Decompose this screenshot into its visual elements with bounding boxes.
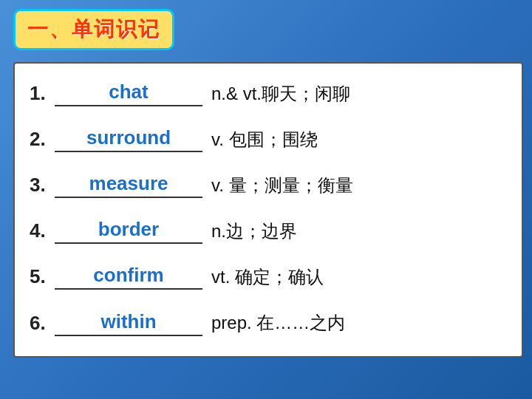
vocab-word: measure xyxy=(89,172,168,195)
vocab-number: 5. xyxy=(30,265,52,288)
blank-word-container: measure xyxy=(55,172,202,198)
vocab-number: 3. xyxy=(30,174,52,197)
vocab-definition: v. 包围；围绕 xyxy=(211,128,507,151)
title-box: 一、单词识记 xyxy=(13,9,174,50)
vocab-definition: n.& vt.聊天；闲聊 xyxy=(211,82,507,106)
vocab-row: 6.withinprep. 在……之内 xyxy=(30,300,507,346)
vocab-number: 6. xyxy=(30,312,52,335)
vocab-number: 1. xyxy=(30,82,52,105)
vocab-word: within xyxy=(100,310,156,333)
vocab-definition: prep. 在……之内 xyxy=(211,311,507,335)
vocab-word: chat xyxy=(109,81,148,103)
vocab-definition: v. 量；测量；衡量 xyxy=(211,174,507,197)
blank-word-container: chat xyxy=(55,81,202,106)
blank-word-container: within xyxy=(55,310,202,336)
vocab-row: 1.chatn.& vt.聊天；闲聊 xyxy=(30,71,507,117)
vocab-row: 4.bordern.边；边界 xyxy=(30,208,507,254)
vocab-number: 2. xyxy=(30,128,52,151)
blank-word-container: surround xyxy=(55,126,202,152)
blank-word-container: confirm xyxy=(55,264,202,290)
vocab-word: surround xyxy=(86,126,171,149)
vocab-list: 1.chatn.& vt.聊天；闲聊2.surroundv. 包围；围绕3.me… xyxy=(13,62,523,358)
vocab-definition: vt. 确定；确认 xyxy=(211,265,507,289)
vocab-row: 3.measurev. 量；测量；衡量 xyxy=(30,163,507,208)
vocab-row: 2.surroundv. 包围；围绕 xyxy=(30,117,507,163)
vocab-definition: n.边；边界 xyxy=(211,219,507,243)
blank-word-container: border xyxy=(55,218,202,244)
vocab-word: confirm xyxy=(93,264,163,287)
vocab-row: 5.confirmvt. 确定；确认 xyxy=(30,254,507,300)
vocab-number: 4. xyxy=(30,219,52,242)
page-title: 一、单词识记 xyxy=(27,18,160,41)
vocab-word: border xyxy=(98,218,159,241)
